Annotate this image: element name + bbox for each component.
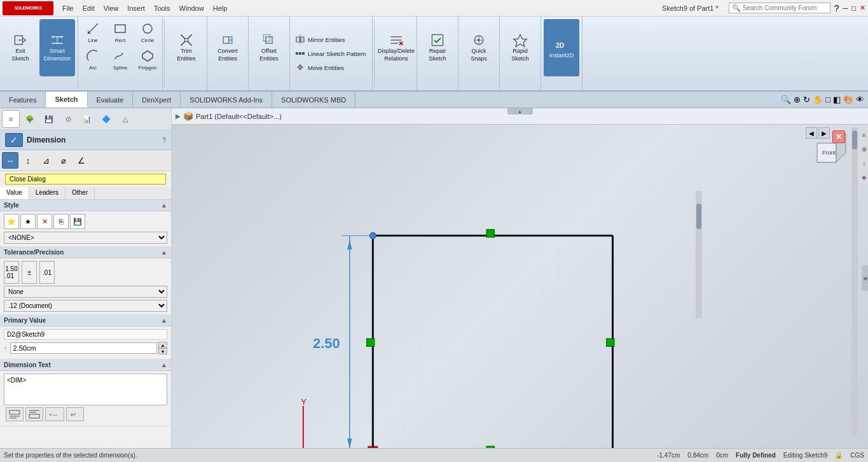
primary-value-section-header[interactable]: Primary Value ▲ xyxy=(0,315,171,326)
menu-insert[interactable]: Insert xyxy=(123,3,149,13)
tab-features[interactable]: Features xyxy=(0,92,46,108)
view-zoom-icon[interactable]: ⊕ xyxy=(794,95,801,104)
tolerance-section-header[interactable]: Tolerance/Precision ▲ xyxy=(0,247,171,258)
arc-tool-button[interactable]: Arc xyxy=(79,46,106,73)
sketch-canvas[interactable]: X Y xyxy=(172,127,868,448)
canvas-nav-left[interactable]: ◀ xyxy=(806,127,817,139)
panel-tab-list[interactable]: ≡ xyxy=(2,110,20,128)
view-pan-btn[interactable]: ↕ xyxy=(858,157,868,169)
panel-tab-tree[interactable]: 🌳 xyxy=(21,110,39,128)
menu-help[interactable]: Help xyxy=(209,3,231,13)
dim-text-section-header[interactable]: Dimension Text ▲ xyxy=(0,360,171,371)
tab-sketch[interactable]: Sketch xyxy=(46,92,87,108)
style-collapse-icon: ▲ xyxy=(161,202,167,209)
rect-tool-button[interactable]: Rect xyxy=(107,19,134,46)
right-collapse-button[interactable]: ◀ xyxy=(862,265,868,291)
dimension-accept-button[interactable]: ✓ xyxy=(5,133,23,147)
smart-dimension-button[interactable]: SmartDimension xyxy=(39,19,75,76)
view-zoom-fit-btn[interactable]: ⊕ xyxy=(858,143,868,155)
dim-text-section-content: <DIM> +↔ ↩ xyxy=(0,371,171,426)
spin-up-button[interactable]: ▲ xyxy=(158,342,167,348)
close-btn[interactable]: ✕ xyxy=(860,4,865,12)
canvas-nav-right[interactable]: ▶ xyxy=(818,127,830,139)
dim-text-btn-4[interactable]: ↩ xyxy=(66,407,84,421)
view-rotate-icon[interactable]: ↻ xyxy=(803,95,810,104)
menu-edit[interactable]: Edit xyxy=(79,3,99,13)
exit-sketch-button[interactable]: ExitSketch xyxy=(3,19,38,76)
view-select-btn[interactable]: ◈ xyxy=(858,171,868,183)
precision-dropdown[interactable]: .12 (Document) xyxy=(4,300,167,312)
dim-tab-other[interactable]: Other xyxy=(65,187,95,199)
style-btn-1[interactable]: ⭐ xyxy=(4,214,19,229)
dim-text-btn-1[interactable] xyxy=(6,407,24,421)
panel-tab-save[interactable]: 💾 xyxy=(40,110,58,128)
circle-tool-button[interactable]: Circle xyxy=(134,19,161,46)
panel-tab-extra1[interactable]: 🔷 xyxy=(97,110,115,128)
quick-snaps-button[interactable]: QuickSnaps xyxy=(461,19,497,76)
tree-expand-arrow[interactable]: ▶ xyxy=(176,113,181,120)
maximize-btn[interactable]: □ xyxy=(851,4,856,12)
line-tool-button[interactable]: Line xyxy=(79,19,106,46)
rapid-sketch-button[interactable]: RapidSketch xyxy=(502,19,538,76)
dim-text-btn-2[interactable] xyxy=(25,407,43,421)
dim-text-btn-3[interactable]: +↔ xyxy=(45,407,64,421)
help-icon[interactable]: ? xyxy=(834,3,839,13)
minimize-btn[interactable]: ─ xyxy=(843,4,848,12)
canvas-vscroll-thumb[interactable] xyxy=(852,130,857,150)
instant2d-button[interactable]: 2D Instant2D xyxy=(544,19,579,76)
tab-addins[interactable]: SOLIDWORKS Add-Ins xyxy=(181,92,272,108)
offset-entities-button[interactable]: OffsetEntities xyxy=(251,19,287,76)
appearance-icon[interactable]: 🎨 xyxy=(843,95,853,104)
tab-mbd[interactable]: SOLIDWORKS MBD xyxy=(272,92,355,108)
menu-file[interactable]: File xyxy=(59,3,78,13)
panel-tab-chart[interactable]: 📊 xyxy=(78,110,96,128)
display-delete-button[interactable]: Display/DeleteRelations xyxy=(378,19,414,76)
dim-tool-btn-4[interactable]: ⌀ xyxy=(55,152,72,169)
style-btn-copy[interactable]: ⎘ xyxy=(53,214,69,229)
trim-entities-button[interactable]: TrimEntities xyxy=(169,19,204,76)
menu-window[interactable]: Window xyxy=(176,3,208,13)
value-spinner: ▲ ▼ xyxy=(158,342,167,354)
section-view-icon[interactable]: ◧ xyxy=(833,95,841,104)
tolerance-dropdown[interactable]: None xyxy=(4,286,167,298)
dim-tool-btn-1[interactable]: ↔ xyxy=(2,152,18,169)
search-input[interactable] xyxy=(743,4,819,11)
search-box[interactable]: 🔍 xyxy=(729,3,830,13)
dim-tool-btn-3[interactable]: ⊿ xyxy=(38,152,54,169)
menu-tools[interactable]: Tools xyxy=(150,3,174,13)
repair-sketch-button[interactable]: RepairSketch xyxy=(420,19,455,76)
view-pan-icon[interactable]: ✋ xyxy=(813,95,823,104)
panel-tab-extra2[interactable]: △ xyxy=(116,110,134,128)
canvas-vscroll[interactable] xyxy=(851,127,858,434)
spline-tool-button[interactable]: Spline xyxy=(107,46,134,73)
dim-text-area[interactable]: <DIM> xyxy=(4,374,167,405)
style-section-header[interactable]: Style ▲ xyxy=(0,200,171,211)
tab-dimxpert[interactable]: DimXpert xyxy=(133,92,181,108)
linear-pattern-button[interactable]: Linear Sketch Pattern xyxy=(293,47,368,60)
hide-show-icon[interactable]: 👁 xyxy=(856,95,864,104)
dim-tab-leaders[interactable]: Leaders xyxy=(29,187,65,199)
top-collapse-button[interactable]: ▲ xyxy=(507,108,533,115)
dim-tab-value[interactable]: Value xyxy=(0,187,29,199)
convert-entities-button[interactable]: ConvertEntities xyxy=(210,19,245,76)
dim-tool-btn-2[interactable]: ↕ xyxy=(20,152,36,169)
menu-view[interactable]: View xyxy=(100,3,123,13)
spin-down-button[interactable]: ▼ xyxy=(158,348,167,354)
tab-evaluate[interactable]: Evaluate xyxy=(88,92,134,108)
display-style-icon[interactable]: □ xyxy=(825,95,830,104)
mirror-entities-button[interactable]: Mirror Entities xyxy=(293,33,348,46)
view-orient-icon[interactable]: 🔍 xyxy=(781,95,791,104)
style-btn-add[interactable]: ★ xyxy=(20,214,36,229)
style-btn-save[interactable]: 💾 xyxy=(70,214,85,229)
dimension-help-button[interactable]: ? xyxy=(162,136,166,144)
style-btn-delete[interactable]: ✕ xyxy=(37,214,52,229)
close-dialog-button[interactable]: Close Dialog xyxy=(5,174,166,185)
dim-tool-btn-5[interactable]: ∠ xyxy=(73,152,90,169)
polygon-tool-button[interactable]: Polygon xyxy=(134,46,161,73)
style-dropdown[interactable]: <NONE> xyxy=(4,232,167,244)
view-options-btn[interactable]: ≡ xyxy=(858,129,868,141)
move-entities-button[interactable]: ✥ Move Entities xyxy=(293,61,347,74)
primary-value-input[interactable] xyxy=(10,342,158,354)
canvas-close-button[interactable]: ✕ xyxy=(832,130,845,143)
panel-tab-target[interactable]: ⊙ xyxy=(59,110,77,128)
